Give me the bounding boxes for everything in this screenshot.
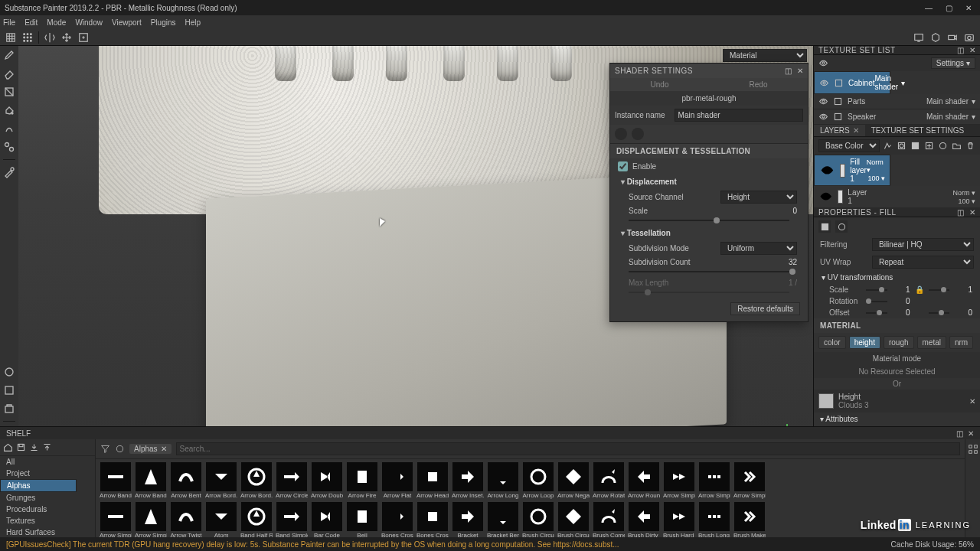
- shelf-alpha-item[interactable]: Brush Circul...: [557, 502, 590, 537]
- menu-window[interactable]: Window: [75, 18, 103, 27]
- shelf-alpha-item[interactable]: Brush Dirty ...: [627, 502, 661, 537]
- shelf-alpha-item[interactable]: Bell: [345, 502, 379, 537]
- shelf-alpha-item[interactable]: Arrow Simpl...: [134, 502, 168, 537]
- uvwrap-dropdown[interactable]: Repeat: [872, 256, 974, 269]
- chevron-down-icon[interactable]: ▾: [901, 79, 905, 87]
- chevron-down-icon[interactable]: ▾: [881, 174, 885, 182]
- shelf-alpha-item[interactable]: Arrow Roun...: [627, 462, 661, 500]
- visibility-icon[interactable]: [819, 78, 829, 88]
- shelf-alpha-item[interactable]: Arrow Bord...: [240, 462, 273, 500]
- visibility-icon[interactable]: [818, 96, 828, 106]
- add-group-icon[interactable]: [952, 141, 962, 151]
- tsl-dock-icon[interactable]: ◫: [957, 46, 965, 54]
- instance-name-input[interactable]: [675, 109, 803, 122]
- material-none-label[interactable]: No Resource Selected: [814, 365, 980, 378]
- height-resource-row[interactable]: Height Clouds 3 ✕: [814, 390, 980, 412]
- tool-move[interactable]: [59, 31, 74, 44]
- shader-eye-icon[interactable]: [632, 128, 644, 140]
- mesh-iso-icon[interactable]: [3, 384, 15, 396]
- chevron-down-icon[interactable]: ▾: [972, 97, 975, 106]
- chevron-down-icon[interactable]: ▾: [972, 197, 975, 205]
- menu-help[interactable]: Help: [185, 18, 201, 27]
- shader-undo[interactable]: Undo: [610, 78, 709, 91]
- shelf-tag-remove-icon[interactable]: ✕: [161, 445, 167, 453]
- 3d-viewport[interactable]: www.rrcg.cn Material: [18, 46, 813, 440]
- shelf-alpha-item[interactable]: Brush Maker: [733, 502, 766, 537]
- uv-offset-slider-x[interactable]: [866, 312, 887, 314]
- subdiv-count-slider[interactable]: [629, 271, 789, 272]
- shelf-alpha-item[interactable]: Brush Comet: [592, 502, 626, 537]
- smudge-tool-icon[interactable]: [3, 122, 15, 135]
- shelf-search-input[interactable]: [176, 442, 960, 455]
- shelf-alpha-item[interactable]: Arrow Fire: [345, 462, 379, 500]
- source-channel-dropdown[interactable]: Height: [720, 191, 797, 204]
- shelf-view-grid-icon[interactable]: [968, 444, 978, 455]
- shelf-category[interactable]: Textures: [0, 515, 95, 527]
- close-button[interactable]: ✕: [962, 4, 975, 12]
- texture-set-item[interactable]: PartsMain shader▾: [814, 94, 980, 109]
- uv-offset-slider-y[interactable]: [929, 312, 950, 314]
- tessellation-header[interactable]: Tessellation: [610, 226, 808, 240]
- shelf-alpha-item[interactable]: Arrow Loop: [521, 462, 555, 500]
- prop-projection-icon[interactable]: [835, 220, 848, 233]
- shelf-category[interactable]: Alphas: [0, 479, 77, 492]
- display-settings-icon[interactable]: [911, 31, 926, 44]
- tsl-settings-button[interactable]: Settings▾: [931, 57, 975, 69]
- add-layer-icon[interactable]: [924, 141, 934, 151]
- shelf-alpha-item[interactable]: Arrow Twist: [169, 502, 203, 537]
- tool-focus[interactable]: [76, 31, 91, 44]
- tab-layers[interactable]: LAYERS✕: [814, 125, 865, 136]
- minimize-button[interactable]: —: [922, 4, 936, 12]
- menu-edit[interactable]: Edit: [24, 18, 38, 27]
- add-fill-layer-icon[interactable]: [910, 141, 920, 151]
- material-chip-metal[interactable]: metal: [917, 336, 946, 349]
- layer-mask-icon[interactable]: [897, 141, 906, 151]
- shelf-alpha-item[interactable]: Brush Long...: [697, 502, 731, 537]
- shelf-circle-icon[interactable]: [115, 444, 125, 454]
- shelf-alpha-item[interactable]: Arrow Simpl...: [733, 462, 766, 500]
- resource-remove-icon[interactable]: ✕: [969, 397, 975, 406]
- shelf-alpha-item[interactable]: Arrow Band: [99, 462, 132, 500]
- tab-texture-set-settings[interactable]: TEXTURE SET SETTINGS: [865, 125, 971, 136]
- uv-transformations-header[interactable]: UV transformations: [814, 271, 980, 284]
- shelf-export-icon[interactable]: [42, 442, 52, 452]
- viewport-material-dropdown[interactable]: Material: [723, 49, 807, 62]
- shelf-alpha-item[interactable]: Bones Cros...: [381, 502, 414, 537]
- shelf-alpha-item[interactable]: Arrow Simpl...: [99, 502, 132, 537]
- chevron-down-icon[interactable]: ▾: [867, 166, 871, 174]
- shelf-alpha-item[interactable]: Arrow Head...: [416, 462, 449, 500]
- material-picker-icon[interactable]: [3, 166, 15, 178]
- layer-row[interactable]: Fill layer 1Norm ▾100 ▾: [814, 155, 890, 186]
- projection-tool-icon[interactable]: [3, 86, 15, 98]
- shelf-alpha-item[interactable]: Arrow Double: [310, 462, 344, 500]
- menu-file[interactable]: File: [3, 18, 15, 27]
- shelf-category[interactable]: Grunges: [0, 492, 95, 504]
- visibility-icon[interactable]: [818, 112, 828, 122]
- layer-row[interactable]: Layer 1Norm ▾100 ▾: [814, 186, 980, 208]
- texture-set-item[interactable]: CabinetMain shader▾: [814, 71, 890, 94]
- material-chip-height[interactable]: height: [849, 336, 880, 349]
- visibility-icon[interactable]: [818, 189, 833, 204]
- tool-mirror[interactable]: [42, 31, 57, 44]
- tool-grid-3[interactable]: [3, 31, 18, 44]
- shader-dock-icon[interactable]: ◫: [785, 67, 792, 75]
- shelf-alpha-item[interactable]: Atom: [204, 502, 238, 537]
- prop-dock-icon[interactable]: ◫: [957, 208, 965, 217]
- shelf-alpha-item[interactable]: Arrow Flat: [381, 462, 414, 500]
- shelf-alpha-item[interactable]: Arrow Inset...: [451, 462, 485, 500]
- prop-fill-icon[interactable]: [818, 220, 831, 233]
- shelf-alpha-item[interactable]: Bracket: [451, 502, 485, 537]
- scale-slider[interactable]: [629, 220, 789, 221]
- shelf-alpha-item[interactable]: Arrow Simple: [662, 462, 696, 500]
- shelf-category[interactable]: Procedurals: [0, 504, 95, 515]
- brush-tool-icon[interactable]: [3, 49, 15, 61]
- enable-checkbox[interactable]: [618, 161, 628, 171]
- texture-set-item[interactable]: SpeakerMain shader▾: [814, 109, 980, 125]
- lock-icon[interactable]: 🔒: [915, 285, 924, 294]
- layer-effect-icon[interactable]: [883, 141, 893, 151]
- shader-globe-icon[interactable]: [615, 128, 627, 140]
- shelf-alpha-item[interactable]: Bones Cros...: [416, 502, 449, 537]
- render-icon[interactable]: [962, 31, 977, 44]
- shelf-close-icon[interactable]: ✕: [968, 429, 974, 438]
- visibility-icon[interactable]: [819, 162, 835, 178]
